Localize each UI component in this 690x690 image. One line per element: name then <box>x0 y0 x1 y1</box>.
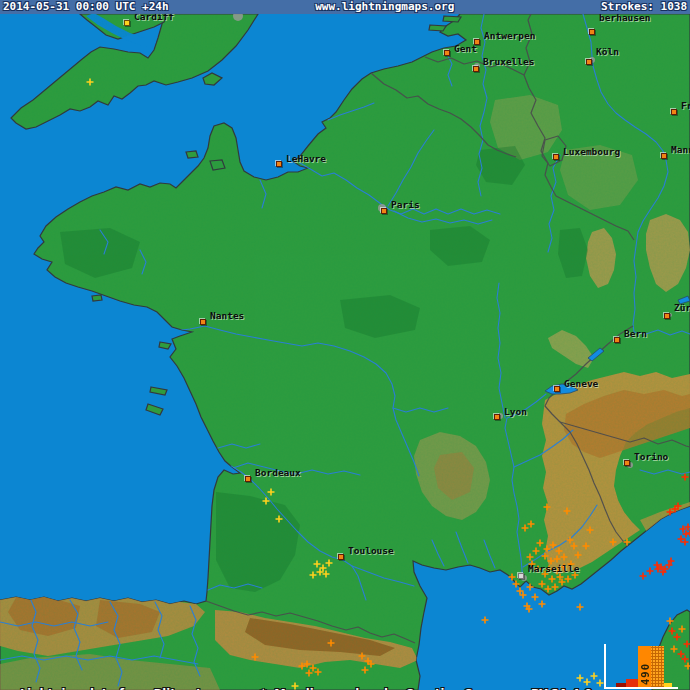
datetime-label: 2014-05-31 00:00 UTC +24h <box>0 0 169 14</box>
site-link[interactable]: www.lightningmaps.org <box>315 0 454 14</box>
top-status-bar: 2014-05-31 00:00 UTC +24h www.lightningm… <box>0 0 690 14</box>
strokes-histogram: 490 <box>604 644 678 689</box>
histogram-bar-3 <box>651 646 664 687</box>
island <box>92 295 102 301</box>
map-canvas[interactable] <box>0 0 690 690</box>
histogram-bars: 490 <box>616 646 672 687</box>
channel-island <box>186 151 198 158</box>
histogram-peak-label: 490 <box>639 663 651 685</box>
histogram-bar-2: 490 <box>638 646 651 687</box>
histogram-bar-0 <box>616 683 626 687</box>
histogram-bar-1 <box>626 679 638 687</box>
lightning-map-app: CardiffberhausenGentAntwerpenBruxellesKö… <box>0 0 690 690</box>
strokes-counter: Strokes: 1038 <box>601 0 690 14</box>
attribution-bar: Lightning data from Blitzortung.org * Ma… <box>4 673 592 690</box>
histogram-bar-4 <box>664 683 672 687</box>
